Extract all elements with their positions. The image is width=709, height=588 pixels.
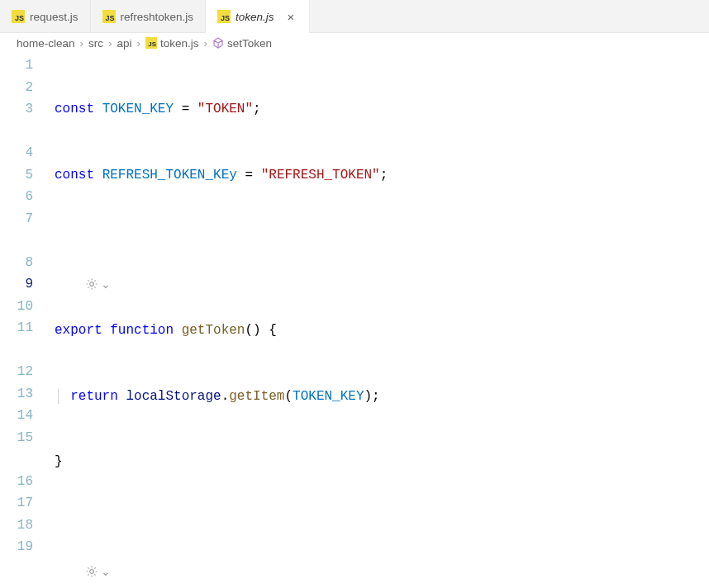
tab-token-js[interactable]: JS token.js × [206,0,310,33]
line-number: 18 [0,514,33,537]
code-editor[interactable]: 1 2 3 4 5 6 7 8 9 10 11 12 13 14 15 16 1… [0,55,709,588]
line-number: 9 [0,273,33,296]
code-line[interactable]: const TOKEN_KEY = "TOKEN"; [53,98,709,121]
method-icon [212,37,224,49]
svg-point-1 [90,570,94,574]
js-icon: JS [217,10,231,23]
chevron-right-icon: › [137,37,141,50]
line-number-blank [0,339,33,362]
svg-point-0 [90,282,94,287]
tab-label: request.js [30,11,79,23]
js-icon: JS [145,37,157,49]
line-number: 11 [0,317,33,339]
code-line[interactable]: } [53,451,709,473]
chevron-down-icon: ⌄ [101,561,111,583]
line-number-blank [0,121,33,143]
line-number: 4 [0,142,33,164]
breadcrumb-seg[interactable]: token.js [160,37,199,50]
codelens[interactable]: ⌄ [84,561,111,583]
line-number: 17 [0,492,33,514]
chevron-right-icon: › [204,37,208,50]
line-number: 8 [0,252,33,274]
line-number: 5 [0,164,33,187]
line-number: 1 [0,55,33,77]
line-number-blank [0,230,33,252]
breadcrumb-seg[interactable]: src [88,37,103,50]
breadcrumb-seg[interactable]: home-clean [17,37,75,50]
line-number: 10 [0,296,33,318]
line-number: 12 [0,361,33,383]
tab-bar: JS request.js JS refreshtoken.js JS toke… [0,0,709,33]
code-line[interactable] [53,230,709,252]
js-icon: JS [102,10,116,23]
line-number: 6 [0,186,33,208]
chevron-right-icon: › [108,37,112,50]
line-number: 13 [0,383,33,405]
code-line[interactable] [53,517,709,539]
gutter: 1 2 3 4 5 6 7 8 9 10 11 12 13 14 15 16 1… [0,55,53,588]
tab-label: token.js [236,11,274,23]
breadcrumb[interactable]: home-clean › src › api › JS token.js › s… [0,33,709,55]
line-number: 15 [0,427,33,449]
line-number: 19 [0,536,33,558]
code-line[interactable]: export function getToken() { [53,320,709,342]
tab-refreshtoken-js[interactable]: JS refreshtoken.js [91,0,207,33]
codelens[interactable]: ⌄ [84,273,111,296]
breadcrumb-seg[interactable]: setToken [227,37,272,50]
js-icon: JS [12,10,25,23]
line-number: 7 [0,208,33,230]
code-area[interactable]: const TOKEN_KEY = "TOKEN"; const REFRESH… [53,55,709,588]
tab-label: refreshtoken.js [121,11,194,23]
breadcrumb-seg[interactable]: api [117,37,132,50]
chevron-right-icon: › [80,37,84,50]
code-line[interactable]: │ return localStorage.getItem(TOKEN_KEY)… [53,386,709,408]
line-number: 2 [0,77,33,99]
close-icon[interactable]: × [284,8,298,26]
line-number: 14 [0,405,33,427]
chevron-down-icon: ⌄ [101,273,111,296]
line-number: 3 [0,98,33,121]
code-line[interactable]: const REFRESH_TOKEN_KEy = "REFRESH_TOKEN… [53,164,709,187]
line-number-blank [0,448,33,471]
tab-request-js[interactable]: JS request.js [0,0,91,33]
line-number: 16 [0,471,33,493]
